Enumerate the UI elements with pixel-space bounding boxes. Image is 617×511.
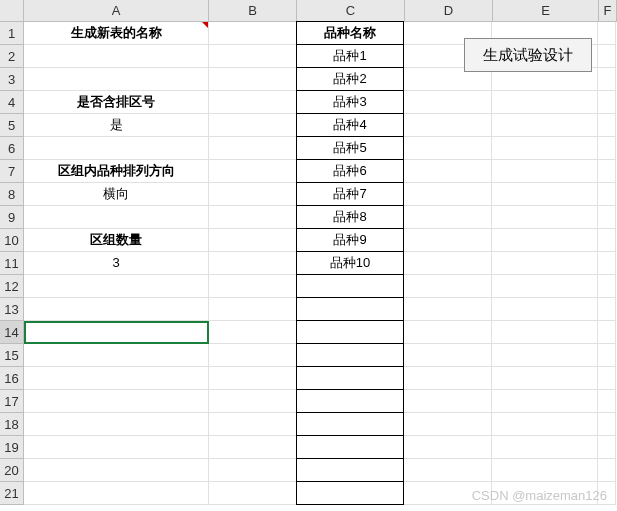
cell-b18[interactable] <box>209 413 297 436</box>
row-header[interactable]: 16 <box>0 367 24 390</box>
cell-d20[interactable] <box>404 459 492 482</box>
cell-c3[interactable]: 品种2 <box>296 67 404 91</box>
cell-a14[interactable] <box>24 321 209 344</box>
cell-e9[interactable] <box>492 206 598 229</box>
cell-d18[interactable] <box>404 413 492 436</box>
cell-b2[interactable] <box>209 45 297 68</box>
cell-c18[interactable] <box>296 412 404 436</box>
row-header[interactable]: 4 <box>0 91 24 114</box>
cell-a12[interactable] <box>24 275 209 298</box>
cell-c15[interactable] <box>296 343 404 367</box>
cell-a9[interactable] <box>24 206 209 229</box>
cell-c6[interactable]: 品种5 <box>296 136 404 160</box>
col-header-b[interactable]: B <box>209 0 297 22</box>
cell-d13[interactable] <box>404 298 492 321</box>
cell-b13[interactable] <box>209 298 297 321</box>
cell-c13[interactable] <box>296 297 404 321</box>
row-header[interactable]: 3 <box>0 68 24 91</box>
cell-e4[interactable] <box>492 91 598 114</box>
cell-d10[interactable] <box>404 229 492 252</box>
cell-e19[interactable] <box>492 436 598 459</box>
cell-d11[interactable] <box>404 252 492 275</box>
cell-b11[interactable] <box>209 252 297 275</box>
cell-e6[interactable] <box>492 137 598 160</box>
row-header[interactable]: 10 <box>0 229 24 252</box>
cell-a17[interactable] <box>24 390 209 413</box>
cell-a2[interactable] <box>24 45 209 68</box>
cell-a20[interactable] <box>24 459 209 482</box>
row-header[interactable]: 20 <box>0 459 24 482</box>
cell-e13[interactable] <box>492 298 598 321</box>
row-header[interactable]: 21 <box>0 482 24 505</box>
cell-b17[interactable] <box>209 390 297 413</box>
cell-f17[interactable] <box>598 390 616 413</box>
cell-b16[interactable] <box>209 367 297 390</box>
cell-a21[interactable] <box>24 482 209 505</box>
row-header[interactable]: 8 <box>0 183 24 206</box>
cell-c7[interactable]: 品种6 <box>296 159 404 183</box>
row-header[interactable]: 1 <box>0 22 24 45</box>
cell-b3[interactable] <box>209 68 297 91</box>
cell-c21[interactable] <box>296 481 404 505</box>
cell-f10[interactable] <box>598 229 616 252</box>
select-all-corner[interactable] <box>0 0 24 22</box>
col-header-f[interactable]: F <box>599 0 617 22</box>
col-header-a[interactable]: A <box>24 0 209 22</box>
cell-e17[interactable] <box>492 390 598 413</box>
cell-e18[interactable] <box>492 413 598 436</box>
cell-c11[interactable]: 品种10 <box>296 251 404 275</box>
cell-a19[interactable] <box>24 436 209 459</box>
row-header[interactable]: 13 <box>0 298 24 321</box>
cell-f20[interactable] <box>598 459 616 482</box>
cell-c9[interactable]: 品种8 <box>296 205 404 229</box>
cell-d17[interactable] <box>404 390 492 413</box>
cell-a8[interactable]: 横向 <box>24 183 209 206</box>
cell-a15[interactable] <box>24 344 209 367</box>
cell-a16[interactable] <box>24 367 209 390</box>
cell-f8[interactable] <box>598 183 616 206</box>
cell-c8[interactable]: 品种7 <box>296 182 404 206</box>
cell-d14[interactable] <box>404 321 492 344</box>
row-header[interactable]: 15 <box>0 344 24 367</box>
cell-b21[interactable] <box>209 482 297 505</box>
cell-a4[interactable]: 是否含排区号 <box>24 91 209 114</box>
cell-e14[interactable] <box>492 321 598 344</box>
cell-e11[interactable] <box>492 252 598 275</box>
row-header[interactable]: 2 <box>0 45 24 68</box>
cell-f11[interactable] <box>598 252 616 275</box>
cell-d4[interactable] <box>404 91 492 114</box>
cell-f19[interactable] <box>598 436 616 459</box>
cell-a1[interactable]: 生成新表的名称 <box>24 22 209 45</box>
cell-b10[interactable] <box>209 229 297 252</box>
cell-b14[interactable] <box>209 321 297 344</box>
cell-e10[interactable] <box>492 229 598 252</box>
cell-b8[interactable] <box>209 183 297 206</box>
cell-f14[interactable] <box>598 321 616 344</box>
cell-f15[interactable] <box>598 344 616 367</box>
cell-d19[interactable] <box>404 436 492 459</box>
cell-e15[interactable] <box>492 344 598 367</box>
cell-d8[interactable] <box>404 183 492 206</box>
row-header[interactable]: 5 <box>0 114 24 137</box>
row-header[interactable]: 11 <box>0 252 24 275</box>
cell-c5[interactable]: 品种4 <box>296 113 404 137</box>
cell-e8[interactable] <box>492 183 598 206</box>
cell-d6[interactable] <box>404 137 492 160</box>
row-header[interactable]: 19 <box>0 436 24 459</box>
cell-c10[interactable]: 品种9 <box>296 228 404 252</box>
cell-a7[interactable]: 区组内品种排列方向 <box>24 160 209 183</box>
cell-b4[interactable] <box>209 91 297 114</box>
cell-a18[interactable] <box>24 413 209 436</box>
cell-c4[interactable]: 品种3 <box>296 90 404 114</box>
cell-f4[interactable] <box>598 91 616 114</box>
cell-c1[interactable]: 品种名称 <box>296 21 404 45</box>
col-header-e[interactable]: E <box>493 0 599 22</box>
col-header-d[interactable]: D <box>405 0 493 22</box>
cell-f2[interactable] <box>598 45 616 68</box>
cell-f12[interactable] <box>598 275 616 298</box>
cell-b5[interactable] <box>209 114 297 137</box>
cell-f5[interactable] <box>598 114 616 137</box>
cell-f18[interactable] <box>598 413 616 436</box>
cell-d15[interactable] <box>404 344 492 367</box>
row-header[interactable]: 12 <box>0 275 24 298</box>
